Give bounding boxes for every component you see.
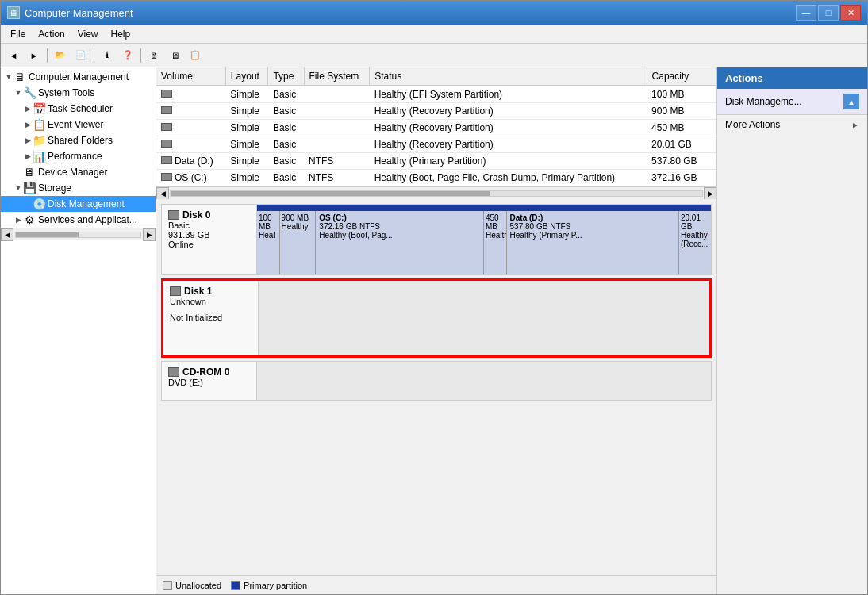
disk1-label: Disk 1 Unknown Not Initialized <box>163 281 259 355</box>
main-window: 🖥 Computer Management — □ ✕ File Action … <box>0 0 868 595</box>
forward-button[interactable]: ► <box>25 47 44 64</box>
disk0-partitions: 100 MB Heal 900 MB Healthy OS (C:) 372.1… <box>257 205 711 274</box>
scroll-left-button[interactable]: ◀ <box>156 187 169 200</box>
cdrom-empty <box>257 362 711 400</box>
icon-button-1[interactable]: 🖥 <box>165 47 184 64</box>
col-filesystem[interactable]: File System <box>304 67 370 86</box>
table-row[interactable]: Data (D:) Simple Basic NTFS Healthy (Pri… <box>156 153 716 170</box>
col-status[interactable]: Status <box>370 67 647 86</box>
sidebar-item-services[interactable]: ▶ ⚙ Services and Applicat... <box>1 212 156 228</box>
sidebar-item-computer-management[interactable]: ▼ 🖥 Computer Management <box>1 69 156 85</box>
cdrom-name: CD-ROM 0 <box>168 367 250 378</box>
part3-size: 372.16 GB NTFS <box>319 222 480 231</box>
sidebar-item-event-viewer[interactable]: ▶ 📋 Event Viewer <box>1 117 156 132</box>
sidebar-label-shared-folders: Shared Folders <box>48 135 113 146</box>
event-viewer-icon: 📋 <box>33 118 45 131</box>
sidebar-scroll-thumb <box>16 232 79 237</box>
more-actions-arrow: ► <box>851 121 859 129</box>
part2-line2: Healthy <box>282 222 314 231</box>
sidebar-label-event-viewer: Event Viewer <box>48 119 103 130</box>
cdrom-icon <box>168 367 179 377</box>
icon-button-2[interactable]: 📋 <box>186 47 205 64</box>
partition-seg-1[interactable]: 100 MB Heal <box>257 211 280 274</box>
actions-expand-button[interactable]: ▲ <box>843 94 859 109</box>
table-row[interactable]: Simple Basic Healthy (Recovery Partition… <box>156 136 716 153</box>
sidebar-item-device-manager[interactable]: 🖥 Device Manager <box>1 164 156 180</box>
disk1-row: Disk 1 Unknown Not Initialized <box>161 278 712 358</box>
part1-line2: Heal <box>259 231 278 240</box>
actions-subheader: Disk Manageme... ▲ <box>717 89 867 115</box>
table-row[interactable]: OS (C:) Simple Basic NTFS Healthy (Boot,… <box>156 170 716 186</box>
sidebar-scroll: ◀ ▶ <box>1 228 156 240</box>
partition-seg-6[interactable]: 20.01 GB Healthy (Recc... <box>679 211 711 274</box>
partition-seg-2[interactable]: 900 MB Healthy <box>280 211 317 274</box>
menu-help[interactable]: Help <box>105 27 137 41</box>
help-button[interactable]: ❓ <box>118 47 137 64</box>
expander-icon-perf: ▶ <box>23 152 33 160</box>
actions-more-actions[interactable]: More Actions ► <box>717 115 867 134</box>
table-scroll-track <box>170 190 703 197</box>
legend-primary-label: Primary partition <box>244 581 307 590</box>
disk0-name-label: Disk 0 <box>182 209 210 221</box>
cell-status: Healthy (Primary Partition) <box>370 153 647 170</box>
close-button[interactable]: ✕ <box>840 5 861 21</box>
up-button[interactable]: 📂 <box>51 47 70 64</box>
part4-line1: 450 MB <box>486 213 505 231</box>
table-scroll-thumb <box>171 191 490 196</box>
partition-seg-4[interactable]: 450 MB Healthy <box>484 211 507 274</box>
sidebar-item-task-scheduler[interactable]: ▶ 📅 Task Scheduler <box>1 101 156 117</box>
col-type[interactable]: Type <box>268 67 304 86</box>
table-row[interactable]: Simple Basic Healthy (Recovery Partition… <box>156 103 716 120</box>
cdrom-type: DVD (E:) <box>168 378 250 387</box>
device-manager-icon: 🖥 <box>23 166 36 178</box>
shared-folders-icon: 📁 <box>33 134 45 147</box>
sidebar-item-storage[interactable]: ▼ 💾 Storage <box>1 180 156 196</box>
back-button[interactable]: ◄ <box>4 47 23 64</box>
cell-capacity: 537.80 GB <box>647 153 716 170</box>
cell-capacity: 900 MB <box>647 103 716 120</box>
scroll-right-button[interactable]: ▶ <box>704 187 716 200</box>
partition-seg-5[interactable]: Data (D:) 537.80 GB NTFS Healthy (Primar… <box>507 211 679 274</box>
table-row[interactable]: Simple Basic Healthy (EFI System Partiti… <box>156 86 716 103</box>
properties-button[interactable]: ℹ <box>98 47 117 64</box>
cell-status: Healthy (EFI System Partition) <box>370 86 647 103</box>
export-button[interactable]: 🗎 <box>144 47 163 64</box>
app-icon: 🖥 <box>7 6 20 19</box>
task-scheduler-icon: 📅 <box>33 102 45 115</box>
sidebar-scroll-left[interactable]: ◀ <box>1 228 13 241</box>
table-row[interactable]: Simple Basic Healthy (Recovery Partition… <box>156 120 716 136</box>
col-volume[interactable]: Volume <box>156 67 225 86</box>
show-hide-button[interactable]: 📄 <box>71 47 90 64</box>
col-capacity[interactable]: Capacity <box>647 67 716 86</box>
disk1-icon <box>170 286 181 296</box>
title-bar-controls: — □ ✕ <box>796 5 861 21</box>
disk-management-icon: 💿 <box>33 198 45 210</box>
part5-status: Healthy (Primary P... <box>510 231 675 240</box>
part1-line1: 100 MB <box>259 213 278 231</box>
minimize-button[interactable]: — <box>796 5 816 21</box>
cell-volume <box>156 86 225 103</box>
sidebar-scroll-right[interactable]: ▶ <box>143 228 156 241</box>
sidebar-item-system-tools[interactable]: ▼ 🔧 System Tools <box>1 85 156 101</box>
toolbar-separator-1 <box>47 48 48 63</box>
menu-view[interactable]: View <box>71 27 105 41</box>
col-layout[interactable]: Layout <box>225 67 268 86</box>
sidebar-item-shared-folders[interactable]: ▶ 📁 Shared Folders <box>1 132 156 148</box>
sidebar-item-performance[interactable]: ▶ 📊 Performance <box>1 148 156 164</box>
partition-seg-3[interactable]: OS (C:) 372.16 GB NTFS Healthy (Boot, Pa… <box>316 211 484 274</box>
actions-header: Actions <box>717 67 867 89</box>
maximize-button[interactable]: □ <box>818 5 839 21</box>
menu-file[interactable]: File <box>4 27 32 41</box>
cell-type: Basic <box>268 103 304 120</box>
legend-unalloc-label: Unallocated <box>175 581 221 590</box>
disk0-name: Disk 0 <box>168 209 250 221</box>
cdrom-name-label: CD-ROM 0 <box>182 367 229 378</box>
disk1-empty <box>259 281 709 355</box>
cell-capacity: 450 MB <box>647 120 716 136</box>
menu-action[interactable]: Action <box>32 27 71 41</box>
sidebar-item-disk-management[interactable]: 💿 Disk Management <box>1 196 156 212</box>
expander-icon-dev <box>13 168 23 176</box>
cell-type: Basic <box>268 86 304 103</box>
cell-layout: Simple <box>225 136 268 153</box>
sidebar-label-computer-management: Computer Management <box>29 71 129 83</box>
